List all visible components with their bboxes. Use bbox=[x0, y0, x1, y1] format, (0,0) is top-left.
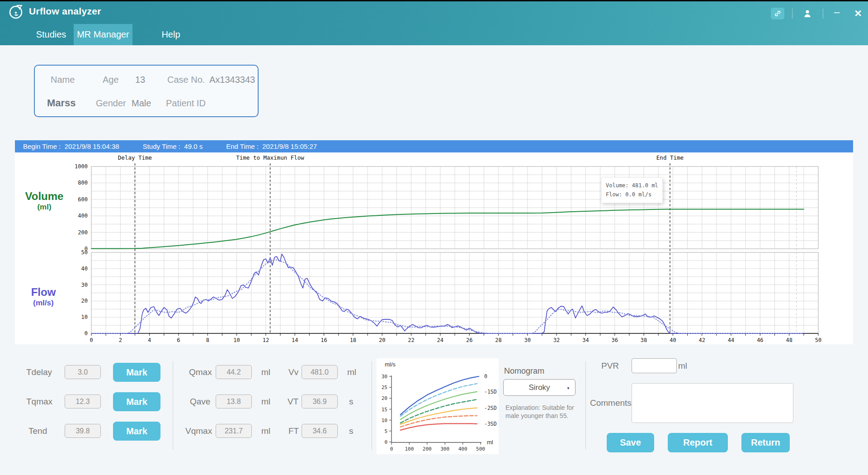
section-divider bbox=[372, 361, 372, 450]
svg-text:Time to Maximun Flow: Time to Maximun Flow bbox=[236, 154, 304, 161]
section-divider bbox=[585, 361, 586, 450]
svg-text:32: 32 bbox=[553, 337, 560, 343]
svg-text:200: 200 bbox=[423, 446, 432, 452]
patient-case-value: Ax1343343 bbox=[209, 75, 255, 85]
tend-value[interactable] bbox=[65, 424, 101, 438]
close-button[interactable]: ✕ bbox=[852, 8, 864, 19]
tdelay-mark-button[interactable]: Mark bbox=[113, 363, 160, 382]
time-summary-bar: Begin Time : 2021/9/8 15:04:38 Study Tim… bbox=[15, 140, 853, 152]
nomogram-explanation: Explanation: Suitable for male younger t… bbox=[505, 404, 577, 420]
svg-text:46: 46 bbox=[757, 337, 763, 343]
flow-axis-title: Flow bbox=[16, 286, 71, 299]
svg-text:1000: 1000 bbox=[75, 163, 88, 170]
svg-text:28: 28 bbox=[495, 337, 501, 343]
patient-id-label: Patient ID bbox=[166, 98, 206, 109]
svg-text:34: 34 bbox=[582, 337, 589, 343]
ft-unit: s bbox=[349, 426, 354, 436]
patient-name-label: Name bbox=[51, 75, 75, 85]
user-button[interactable] bbox=[801, 8, 814, 19]
svg-text:800: 800 bbox=[78, 180, 88, 186]
minimize-button[interactable]: – bbox=[831, 8, 843, 19]
link-button[interactable] bbox=[771, 8, 784, 19]
svg-text:0: 0 bbox=[390, 446, 393, 452]
svg-text:Delay Time: Delay Time bbox=[118, 154, 152, 161]
tend-label: Tend bbox=[28, 426, 47, 436]
vqmax-label: Vqmax bbox=[185, 426, 212, 436]
svg-text:10: 10 bbox=[81, 314, 88, 320]
svg-text:18: 18 bbox=[350, 337, 356, 343]
svg-text:26: 26 bbox=[466, 337, 472, 343]
svg-text:-3SD: -3SD bbox=[484, 421, 497, 427]
svg-text:500: 500 bbox=[476, 446, 485, 452]
tqmax-mark-button[interactable]: Mark bbox=[113, 392, 160, 411]
svg-text:48: 48 bbox=[786, 337, 792, 343]
patient-name-value: Marss bbox=[47, 97, 76, 109]
svg-text:20: 20 bbox=[379, 337, 385, 343]
qmax-value[interactable] bbox=[216, 365, 252, 379]
vv-value[interactable] bbox=[302, 365, 338, 379]
app-title: Urflow analyzer bbox=[29, 6, 101, 17]
ft-value[interactable] bbox=[302, 424, 338, 438]
svg-text:100: 100 bbox=[405, 446, 414, 452]
patient-info-box: Name Age 13 Case No. Ax1343343 Marss Gen… bbox=[34, 65, 259, 117]
volume-axis-title: Volume bbox=[17, 190, 71, 203]
nomogram-label: Nomogram bbox=[504, 366, 544, 376]
title-bar: Urflow analyzer Studies MR Manager Help … bbox=[0, 1, 868, 45]
svg-text:-1SD: -1SD bbox=[484, 389, 497, 395]
nomogram-select[interactable]: Siroky ▼ bbox=[503, 379, 576, 396]
comments-input[interactable] bbox=[632, 383, 793, 423]
return-button[interactable]: Return bbox=[741, 433, 790, 452]
svg-text:36: 36 bbox=[612, 337, 618, 343]
svg-text:6: 6 bbox=[177, 337, 180, 343]
qave-unit: ml bbox=[261, 397, 270, 407]
tqmax-value[interactable] bbox=[65, 394, 101, 408]
report-button[interactable]: Report bbox=[668, 433, 728, 452]
qave-label: Qave bbox=[190, 397, 210, 407]
vqmax-value[interactable] bbox=[216, 424, 252, 438]
tend-mark-button[interactable]: Mark bbox=[113, 422, 160, 441]
svg-text:4: 4 bbox=[148, 337, 151, 343]
pvr-unit: ml bbox=[678, 361, 687, 371]
qmax-unit: ml bbox=[261, 367, 270, 377]
svg-text:30: 30 bbox=[524, 337, 531, 343]
user-icon bbox=[803, 9, 812, 18]
svg-text:30: 30 bbox=[382, 374, 387, 380]
svg-text:0: 0 bbox=[384, 439, 387, 445]
svg-text:15: 15 bbox=[382, 407, 387, 413]
svg-text:38: 38 bbox=[641, 337, 647, 343]
vt-value[interactable] bbox=[302, 394, 338, 408]
patient-gender-value: Male bbox=[132, 98, 151, 109]
svg-text:End Time: End Time bbox=[656, 154, 684, 161]
svg-text:0: 0 bbox=[85, 330, 88, 337]
patient-age-label: Age bbox=[103, 75, 119, 85]
tqmax-label: Tqmax bbox=[26, 397, 52, 407]
svg-text:40: 40 bbox=[670, 337, 676, 343]
svg-text:0: 0 bbox=[90, 337, 93, 343]
svg-text:30: 30 bbox=[81, 282, 88, 288]
tab-mr-manager[interactable]: MR Manager bbox=[74, 24, 132, 45]
comments-label: Comments bbox=[590, 398, 632, 408]
tdelay-value[interactable] bbox=[65, 365, 101, 379]
svg-text:10: 10 bbox=[233, 337, 240, 343]
svg-text:0: 0 bbox=[484, 373, 487, 380]
pvr-input[interactable] bbox=[632, 358, 677, 373]
uroflow-chart[interactable]: 0200400600800100001020304050024681012141… bbox=[15, 152, 853, 344]
qave-value[interactable] bbox=[216, 394, 252, 408]
vt-unit: s bbox=[349, 397, 354, 407]
chevron-down-icon: ▼ bbox=[566, 386, 570, 390]
svg-text:40: 40 bbox=[81, 266, 88, 272]
end-time: End Time : 2021/9/8 15:05:27 bbox=[226, 142, 317, 150]
study-time: Study Time : 49.0 s bbox=[143, 142, 203, 150]
svg-text:400: 400 bbox=[78, 213, 88, 219]
save-button[interactable]: Save bbox=[607, 433, 654, 452]
tab-help[interactable]: Help bbox=[144, 24, 198, 45]
flow-axis-unit: (ml/s) bbox=[16, 299, 71, 308]
svg-text:16: 16 bbox=[321, 337, 327, 343]
svg-text:5: 5 bbox=[384, 428, 387, 434]
svg-text:20: 20 bbox=[81, 298, 88, 304]
chart-tooltip: Volume: 481.0 ml Flow: 0.0 ml/s bbox=[601, 177, 663, 203]
patient-case-label: Case No. bbox=[167, 75, 205, 85]
nomogram-selected-value: Siroky bbox=[528, 383, 550, 392]
svg-text:50: 50 bbox=[815, 337, 821, 343]
tab-studies[interactable]: Studies bbox=[22, 24, 80, 45]
